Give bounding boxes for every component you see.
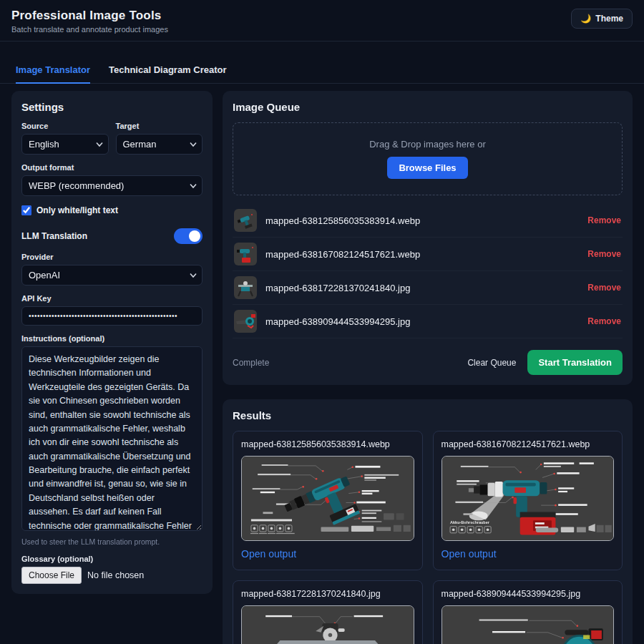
instructions-textarea[interactable]: Diese Werkzeugbilder zeigen die technisc… bbox=[21, 346, 203, 531]
toggle-knob bbox=[189, 230, 200, 242]
provider-select[interactable]: OpenAI bbox=[21, 265, 203, 286]
results-grid: mapped-638125856035383914.webp bbox=[233, 431, 623, 644]
target-select[interactable]: German bbox=[116, 134, 203, 155]
remove-file-button[interactable]: Remove bbox=[587, 249, 621, 259]
file-list: mapped-638125856035383914.webp Remove ma… bbox=[233, 204, 623, 338]
settings-panel: Settings Source English Target German bbox=[11, 91, 213, 594]
result-card: mapped-638909444533994295.jpg bbox=[433, 580, 623, 644]
result-filename: mapped-638125856035383914.webp bbox=[241, 439, 414, 449]
queue-actions: Clear Queue Start Translation bbox=[467, 350, 623, 375]
glossary-file-input[interactable]: Choose File No file chosen bbox=[21, 567, 203, 584]
queue-thumbnail-drill-red-battery bbox=[234, 243, 257, 265]
image-queue-panel: Image Queue Drag & Drop images here or B… bbox=[223, 91, 633, 385]
tab-image-translator[interactable]: Image Translator bbox=[16, 59, 90, 84]
llm-translation-toggle[interactable] bbox=[174, 228, 203, 244]
right-column: Image Queue Drag & Drop images here or B… bbox=[223, 91, 633, 644]
queue-thumbnail-table-saw bbox=[234, 276, 257, 299]
tab-technical-diagram-creator[interactable]: Technical Diagram Creator bbox=[109, 59, 226, 83]
queue-file-row: mapped-638172281370241840.jpg Remove bbox=[233, 271, 623, 305]
output-format-label: Output format bbox=[21, 163, 203, 172]
start-translation-button[interactable]: Start Translation bbox=[527, 350, 623, 375]
result-image-drill-diagram bbox=[241, 456, 414, 541]
queue-file-row: mapped-638167082124517621.webp Remove bbox=[233, 238, 623, 271]
queue-file-name: mapped-638167082124517621.webp bbox=[265, 249, 579, 260]
queue-thumbnail-leaf-blower bbox=[234, 310, 257, 333]
remove-file-button[interactable]: Remove bbox=[587, 283, 621, 293]
result-filename: mapped-638909444533994295.jpg bbox=[441, 589, 615, 599]
results-title: Results bbox=[233, 409, 623, 421]
header-text: Professional Image Tools Batch translate… bbox=[11, 9, 168, 34]
remove-file-button[interactable]: Remove bbox=[587, 215, 621, 225]
tab-bar: Image Translator Technical Diagram Creat… bbox=[0, 59, 644, 84]
glossary-label: Glossary (optional) bbox=[21, 555, 203, 563]
theme-button-label: Theme bbox=[595, 14, 623, 24]
image-queue-title: Image Queue bbox=[233, 101, 623, 113]
page-subtitle: Batch translate and annotate product ima… bbox=[11, 25, 168, 34]
result-image-table-saw-diagram: Elektrische Tischkreissäge bbox=[241, 605, 414, 644]
theme-button[interactable]: 🌙 Theme bbox=[571, 9, 633, 29]
queue-file-name: mapped-638909444533994295.jpg bbox=[265, 316, 579, 327]
choose-file-button[interactable]: Choose File bbox=[21, 567, 82, 584]
open-output-link[interactable]: Open output bbox=[441, 548, 497, 560]
source-select[interactable]: English bbox=[21, 134, 109, 155]
queue-status: Complete bbox=[233, 358, 269, 368]
moon-icon: 🌙 bbox=[580, 14, 591, 24]
queue-footer: Complete Clear Queue Start Translation bbox=[233, 350, 623, 375]
dropzone-text: Drag & Drop images here or bbox=[369, 139, 486, 150]
instructions-label: Instructions (optional) bbox=[21, 334, 203, 343]
llm-translation-label: LLM Translation bbox=[21, 231, 87, 241]
queue-file-name: mapped-638125856035383914.webp bbox=[265, 215, 579, 226]
provider-label: Provider bbox=[21, 253, 203, 261]
queue-thumbnail-drill bbox=[234, 209, 257, 232]
page-title: Professional Image Tools bbox=[11, 9, 168, 23]
svg-text:Akku-Bohrschrauber: Akku-Bohrschrauber bbox=[450, 520, 490, 525]
dropzone[interactable]: Drag & Drop images here or Browse Files bbox=[233, 122, 623, 195]
source-select-wrap: English bbox=[21, 134, 109, 155]
result-image-drill-light-diagram: Akku-Bohrschrauber bbox=[441, 456, 615, 541]
result-card: mapped-638125856035383914.webp bbox=[233, 431, 423, 570]
only-white-text-row: Only white/light text bbox=[21, 205, 203, 215]
open-output-link[interactable]: Open output bbox=[241, 548, 296, 560]
output-format-select-wrap: WEBP (recommended) bbox=[21, 175, 203, 196]
app-header: Professional Image Tools Batch translate… bbox=[0, 0, 644, 42]
result-card: mapped-638167082124517621.webp bbox=[433, 431, 623, 570]
instructions-help-text: Used to steer the LLM translation prompt… bbox=[21, 537, 203, 546]
llm-translation-row: LLM Translation bbox=[21, 228, 203, 244]
queue-file-row: mapped-638909444533994295.jpg Remove bbox=[233, 305, 623, 338]
result-card: mapped-638172281370241840.jpg bbox=[233, 580, 423, 644]
settings-title: Settings bbox=[21, 101, 203, 113]
target-label: Target bbox=[116, 122, 203, 130]
result-filename: mapped-638167082124517621.webp bbox=[441, 439, 615, 449]
target-select-wrap: German bbox=[116, 134, 203, 155]
queue-file-name: mapped-638172281370241840.jpg bbox=[265, 283, 579, 293]
result-image-leaf-blower-diagram: Akku-Laubbläser bbox=[441, 605, 615, 644]
queue-file-row: mapped-638125856035383914.webp Remove bbox=[233, 204, 623, 238]
browse-files-button[interactable]: Browse Files bbox=[387, 157, 467, 179]
source-label: Source bbox=[21, 122, 109, 130]
clear-queue-button[interactable]: Clear Queue bbox=[467, 358, 516, 368]
remove-file-button[interactable]: Remove bbox=[587, 316, 621, 326]
main-content: Settings Source English Target German bbox=[0, 84, 644, 644]
provider-select-wrap: OpenAI bbox=[21, 265, 203, 286]
output-format-select[interactable]: WEBP (recommended) bbox=[21, 175, 203, 196]
results-panel: Results mapped-638125856035383914.webp bbox=[223, 399, 633, 644]
api-key-label: API Key bbox=[21, 294, 203, 303]
result-filename: mapped-638172281370241840.jpg bbox=[241, 589, 414, 599]
api-key-input[interactable] bbox=[21, 306, 203, 326]
only-white-text-label: Only white/light text bbox=[36, 205, 118, 215]
file-chosen-status: No file chosen bbox=[87, 570, 144, 580]
only-white-text-checkbox[interactable] bbox=[21, 205, 31, 215]
